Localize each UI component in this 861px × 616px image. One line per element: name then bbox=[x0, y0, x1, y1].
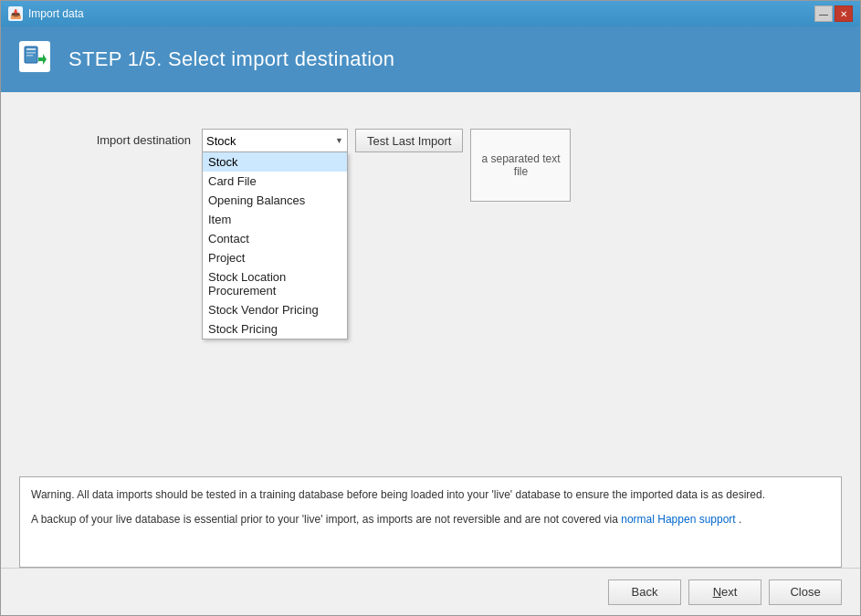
dropdown-wrapper: Stock ▼ Stock Card File Opening Balances… bbox=[202, 129, 348, 152]
warning-line2-prefix: A backup of your live database is essent… bbox=[31, 513, 621, 526]
dropdown-list: Stock Card File Opening Balances Item Co… bbox=[202, 152, 348, 339]
title-bar: 📥 Import data — ✕ bbox=[1, 1, 860, 26]
window-title: Import data bbox=[28, 7, 814, 20]
warning-line2: A backup of your live database is essent… bbox=[31, 511, 830, 528]
footer: Back Next Close bbox=[1, 568, 860, 615]
svg-rect-2 bbox=[26, 52, 36, 54]
next-underline: Next bbox=[713, 585, 738, 599]
destination-row: Import destination Stock ▼ Stock Card Fi… bbox=[56, 129, 805, 202]
svg-rect-1 bbox=[26, 48, 36, 50]
window-icon: 📥 bbox=[8, 6, 23, 21]
form-controls: Stock ▼ Stock Card File Opening Balances… bbox=[202, 129, 805, 202]
form-area: Import destination Stock ▼ Stock Card Fi… bbox=[1, 92, 860, 467]
dropdown-option-cardfile[interactable]: Card File bbox=[203, 172, 347, 191]
header-icon bbox=[19, 41, 50, 72]
warning-line1: Warning. All data imports should be test… bbox=[31, 486, 830, 504]
svg-rect-3 bbox=[26, 55, 33, 57]
dropdown-chevron-icon: ▼ bbox=[335, 136, 343, 145]
back-button[interactable]: Back bbox=[608, 579, 681, 605]
close-button[interactable]: Close bbox=[769, 579, 842, 605]
warning-box: Warning. All data imports should be test… bbox=[19, 476, 842, 568]
dropdown-option-stockpricing[interactable]: Stock Pricing bbox=[203, 319, 347, 339]
dropdown-option-stock[interactable]: Stock bbox=[203, 152, 347, 172]
destination-dropdown-trigger[interactable]: Stock ▼ bbox=[202, 129, 348, 152]
window-close-button[interactable]: ✕ bbox=[835, 5, 853, 22]
main-content: Import destination Stock ▼ Stock Card Fi… bbox=[1, 92, 860, 568]
text-file-hint: a separated text file bbox=[477, 152, 564, 178]
dropdown-option-openingbalances[interactable]: Opening Balances bbox=[203, 191, 347, 210]
dropdown-option-contact[interactable]: Contact bbox=[203, 229, 347, 248]
dropdown-option-stocklocationprocurement[interactable]: Stock Location Procurement bbox=[203, 267, 347, 300]
svg-marker-4 bbox=[38, 54, 47, 65]
header-band: STEP 1/5. Select import destination bbox=[1, 26, 860, 92]
minimize-button[interactable]: — bbox=[814, 5, 833, 22]
dropdown-option-item[interactable]: Item bbox=[203, 210, 347, 229]
dropdown-option-stockvendorpricing[interactable]: Stock Vendor Pricing bbox=[203, 300, 347, 319]
selected-option-text: Stock bbox=[206, 134, 335, 148]
header-icon-wrapper bbox=[19, 41, 56, 78]
dropdown-option-project[interactable]: Project bbox=[203, 248, 347, 267]
text-file-hint-box: a separated text file bbox=[470, 129, 571, 202]
warning-link: normal Happen support bbox=[621, 513, 735, 526]
main-window: 📥 Import data — ✕ STEP 1/5. Select impor… bbox=[0, 0, 861, 616]
warning-line2-suffix: . bbox=[736, 513, 742, 526]
test-last-import-button[interactable]: Test Last Import bbox=[355, 129, 463, 152]
next-button[interactable]: Next bbox=[688, 579, 761, 605]
destination-label: Import destination bbox=[56, 129, 202, 147]
page-title: STEP 1/5. Select import destination bbox=[68, 47, 394, 71]
import-icon bbox=[23, 45, 47, 68]
window-controls: — ✕ bbox=[814, 5, 853, 22]
